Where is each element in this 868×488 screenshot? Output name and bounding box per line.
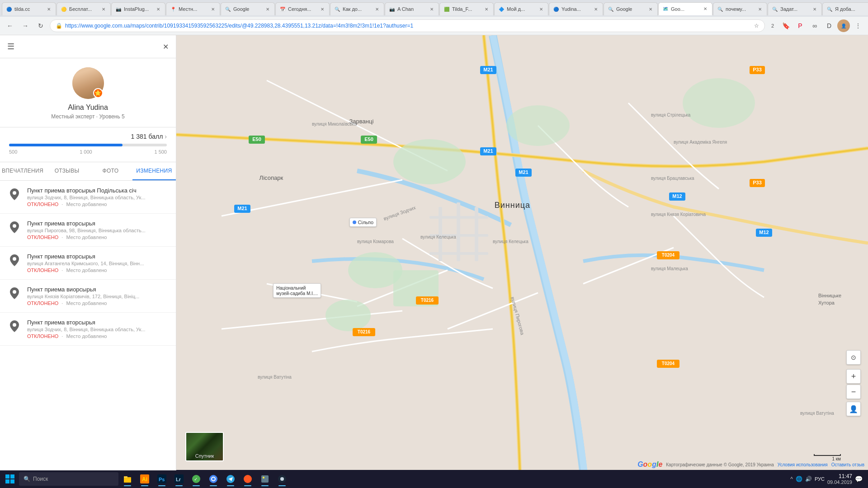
svg-text:вулиця Академіка Янгеля: вулиця Академіка Янгеля — [674, 140, 727, 145]
tab-close-seg[interactable]: ✕ — [319, 6, 326, 12]
extensions-icon[interactable]: 2 — [768, 21, 778, 31]
sidebar-close-button[interactable]: ✕ — [163, 42, 169, 51]
tab-segodnya[interactable]: 📅 Сегодня... ✕ — [275, 2, 330, 15]
sidebar-collapse-arrow[interactable]: ‹ — [176, 239, 176, 267]
taskbar-search-placeholder: Поиск — [33, 476, 48, 482]
taskbar-illustrator[interactable]: Ai — [137, 471, 153, 487]
bookmarks-icon[interactable]: 🔖 — [779, 19, 792, 32]
taskbar-steam[interactable] — [274, 471, 290, 487]
tray-volume[interactable]: 🔊 — [805, 476, 812, 482]
tab-close-moy[interactable]: ✕ — [538, 6, 544, 12]
points-arrow[interactable]: › — [165, 133, 167, 140]
zoom-in-button[interactable]: + — [846, 369, 861, 384]
changes-list: Пункт приема вторсырья Подільська січ ву… — [0, 181, 176, 470]
taskbar-app9[interactable] — [257, 471, 273, 487]
star-icon[interactable]: ☆ — [754, 23, 759, 29]
forward-button[interactable]: → — [19, 19, 32, 32]
tab-tilda-f[interactable]: 🟩 Tilda_F... ✕ — [439, 2, 494, 15]
tray-network[interactable]: 🌐 — [796, 476, 802, 482]
tray-show-hidden[interactable]: ^ — [790, 476, 793, 482]
taskbar-app8[interactable] — [240, 471, 256, 487]
google-logo: Google — [637, 460, 662, 469]
tab-close-tf[interactable]: ✕ — [483, 6, 490, 12]
item-content-5: Пункт приема вторсырья вулиця Зодчих, 8,… — [27, 319, 169, 339]
tab-pochemu[interactable]: 🔍 почему... ✕ — [713, 2, 767, 15]
start-button[interactable] — [2, 471, 18, 487]
street-view-button[interactable]: 👤 — [846, 402, 861, 416]
tab-moy[interactable]: 🔷 Мой д... ✕ — [494, 2, 548, 15]
tab-close-g2[interactable]: ✕ — [647, 6, 654, 12]
tab-close-local[interactable]: ✕ — [210, 6, 216, 12]
tab-close-tilda[interactable]: ✕ — [46, 6, 52, 12]
taskbar-app5[interactable]: ✓ — [188, 471, 204, 487]
menu-button[interactable]: ⋮ — [852, 19, 864, 32]
share-icon[interactable]: D — [823, 19, 835, 32]
tab-close-chan[interactable]: ✕ — [429, 6, 435, 12]
svg-point-1 — [13, 224, 16, 228]
system-clock[interactable]: 11:47 09.04.2019 — [827, 473, 852, 485]
terms-link[interactable]: Условия использования — [778, 462, 828, 467]
taskbar-file-explorer[interactable] — [119, 471, 136, 487]
svg-text:E50: E50 — [252, 136, 261, 142]
svg-rect-80 — [261, 475, 269, 483]
zoom-out-button[interactable]: − — [846, 385, 861, 399]
user-profile-button[interactable]: 👤 — [837, 19, 850, 32]
tab-close-kak[interactable]: ✕ — [374, 6, 380, 12]
back-button[interactable]: ← — [4, 19, 16, 32]
tab-reviews[interactable]: ОТЗЫВЫ — [45, 162, 89, 180]
tab-bespl[interactable]: 🟡 Бесплат... ✕ — [57, 2, 111, 15]
tab-chan[interactable]: 📷 A Chan ✕ — [385, 2, 439, 15]
feedback-link[interactable]: Оставить отзыв — [831, 462, 864, 467]
hamburger-menu[interactable]: ☰ — [7, 42, 14, 52]
language-button[interactable]: РУС — [815, 476, 825, 482]
url-text: https://www.google.com.ua/maps/contrib/1… — [65, 23, 751, 29]
tab-close-ya[interactable]: ✕ — [866, 6, 868, 12]
map-area[interactable]: E50 E50 M21 M21 M21 M21 M12 M12 P33 P33 — [176, 35, 868, 470]
my-location-button[interactable]: ⊙ — [846, 350, 861, 365]
taskbar-chrome[interactable] — [205, 471, 222, 487]
tab-local[interactable]: 📍 Местн... ✕ — [166, 2, 220, 15]
tab-close-maps[interactable]: ✕ — [702, 6, 708, 12]
tab-insta[interactable]: 📷 InstaPlug... ✕ — [111, 2, 165, 15]
tab-google[interactable]: 🔍 Google ✕ — [221, 2, 275, 15]
list-item-2[interactable]: Пункт приема вторсырья вулиця Пирогова, … — [0, 214, 176, 247]
status-rejected-1: ОТКЛОНЕНО — [27, 202, 58, 207]
tab-close-google[interactable]: ✕ — [264, 6, 271, 12]
item-status-5: ОТКЛОНЕНО · Место добавлено — [27, 333, 169, 339]
search-icon-task: 🔍 — [24, 476, 30, 482]
tab-close-poch[interactable]: ✕ — [757, 6, 763, 12]
tab-tilda[interactable]: 🔵 tilda.cc ✕ — [2, 2, 56, 15]
tab-favicon-google: 🔍 — [225, 6, 231, 12]
tab-title-chan: A Chan — [397, 6, 426, 12]
taskbar-telegram[interactable] — [222, 471, 239, 487]
tab-zadat[interactable]: 🔍 Задат... ✕ — [768, 2, 822, 15]
notifications-button[interactable]: 💬 — [855, 475, 863, 483]
reload-button[interactable]: ↻ — [34, 19, 47, 32]
list-item-1[interactable]: Пункт приема вторсырья Подільська січ ву… — [0, 181, 176, 214]
tab-close-zad[interactable]: ✕ — [811, 6, 818, 12]
tab-title-tf: Tilda_F... — [452, 6, 481, 12]
tab-kak[interactable]: 🔍 Как до... ✕ — [330, 2, 384, 15]
svg-text:вулиця Келецька: вулиця Келецька — [420, 235, 456, 239]
satellite-thumbnail[interactable]: Спутник — [185, 432, 224, 461]
tab-favicon-yud: 🔵 — [553, 6, 559, 12]
address-bar[interactable]: 🔒 https://www.google.com.ua/maps/contrib… — [50, 19, 765, 32]
tab-close-insta[interactable]: ✕ — [155, 6, 161, 12]
list-item-3[interactable]: Пункт приема вторсырья вулиця Агатангела… — [0, 247, 176, 280]
list-item-4[interactable]: Пункт приема виорсырья вулиця Князів Кор… — [0, 280, 176, 313]
tab-close-bespl[interactable]: ✕ — [100, 6, 107, 12]
tab-maps-active[interactable]: 🗺️ Goo... ✕ — [658, 2, 712, 15]
tab-yudina[interactable]: 🔵 Yudina... ✕ — [549, 2, 603, 15]
tab-google2[interactable]: 🔍 Google ✕ — [604, 2, 658, 15]
tab-photos[interactable]: ФОТО — [89, 162, 132, 180]
tab-changes[interactable]: ИЗМЕНЕНИЯ — [132, 162, 176, 180]
tab-close-yud[interactable]: ✕ — [593, 6, 599, 12]
taskbar-search[interactable]: 🔍 Поиск — [19, 472, 118, 486]
taskbar-photoshop[interactable]: Ps — [154, 471, 170, 487]
pinterest-icon[interactable]: P — [794, 19, 807, 32]
tab-ya[interactable]: 🔍 Я доба... ✕ — [822, 2, 868, 15]
taskbar-lightroom[interactable]: Lr — [171, 471, 187, 487]
infinity-icon[interactable]: ∞ — [808, 19, 821, 32]
list-item-5[interactable]: Пункт приема вторсырья вулиця Зодчих, 8,… — [0, 313, 176, 346]
tab-impressions[interactable]: ВПЕЧАТЛЕНИЯ — [0, 162, 45, 180]
